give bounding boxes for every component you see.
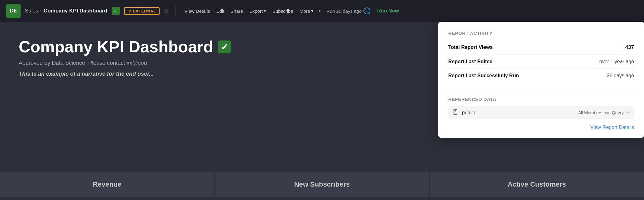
report-activity-table: Total Report Views 437 Report Last Edite… [448,40,634,83]
query-permission: All Members can Query ✏ [578,110,630,116]
external-badge-label: EXTERNAL [133,9,156,13]
more-label: More [300,8,310,14]
external-badge[interactable]: ↗ EXTERNAL [124,7,160,15]
breadcrumb-current: Company KPI Dashboard [44,8,107,14]
last-edited-label: Report Last Edited [448,55,573,69]
query-permission-text: All Members can Query [578,110,624,115]
last-run-value: 26 days ago [573,69,634,83]
metrics-bar: Revenue New Subscribers Active Customers [0,172,644,200]
table-row: Report Last Successfully Run 26 days ago [448,69,634,83]
avatar: DE [6,4,21,18]
dashboard-check-badge: ✓ [218,40,231,53]
table-row: Report Last Edited over 1 year ago [448,55,634,69]
view-report-details-link[interactable]: View Report Details [448,125,634,130]
run-info: Run 26 days ago i [326,7,370,14]
top-navigation-bar: DE Sales › Company KPI Dashboard ✓ ↗ EXT… [0,0,644,22]
breadcrumb: Sales › Company KPI Dashboard [25,8,107,14]
referenced-data-section: Referenced Data 🗄 public All Members can… [448,90,634,119]
run-now-button[interactable]: Run Now [375,7,401,15]
last-run-label: Report Last Successfully Run [448,69,573,83]
report-activity-section-title: Report Activity [448,31,634,36]
export-label: Export [249,8,263,14]
active-customers-metric: Active Customers [430,172,644,197]
subscribe-link[interactable]: Subscribe [270,7,296,15]
more-chevron-icon: ▾ [311,8,314,14]
referenced-item-name: public [462,110,574,116]
total-views-label: Total Report Views [448,40,573,55]
total-views-value: 437 [573,40,634,55]
share-link[interactable]: Share [228,7,246,15]
dot-separator: • [317,7,322,15]
export-chevron-icon: ▾ [264,8,266,14]
new-subscribers-metric: New Subscribers [215,172,429,197]
referenced-data-title: Referenced Data [448,97,634,102]
run-info-text: Run 26 days ago [326,8,362,14]
view-details-link[interactable]: View Details [182,7,212,15]
referenced-data-row: 🗄 public All Members can Query ✏ [448,106,634,119]
revenue-metric: Revenue [0,172,214,197]
export-dropdown[interactable]: Export ▾ [247,7,269,15]
breadcrumb-parent[interactable]: Sales [25,8,38,14]
check-badge-icon: ✓ [112,7,120,15]
table-row: Total Report Views 437 [448,40,634,55]
report-activity-popup: Report Activity Total Report Views 437 R… [438,22,644,138]
external-badge-icon: ↗ [128,9,132,13]
breadcrumb-arrow: › [40,8,42,14]
nav-links: View Details Edit Share Export ▾ Subscri… [182,7,322,15]
nav-divider [175,6,175,16]
edit-permission-icon[interactable]: ✏ [626,110,630,116]
edit-link[interactable]: Edit [214,7,227,15]
star-icon[interactable]: ☆ [164,7,169,14]
database-icon: 🗄 [453,109,458,116]
dashboard-title-text: Company KPI Dashboard [19,37,213,56]
more-dropdown[interactable]: More ▾ [297,7,316,15]
info-icon[interactable]: i [363,7,370,14]
last-edited-value: over 1 year ago [573,55,634,69]
